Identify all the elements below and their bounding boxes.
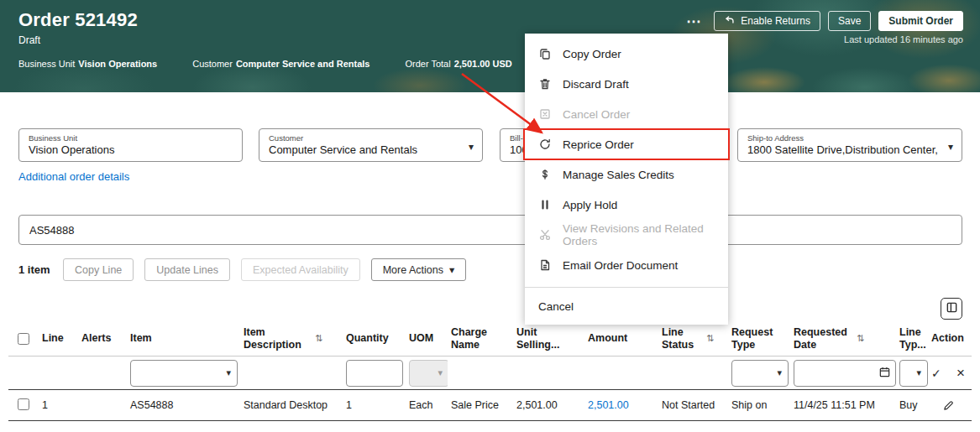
order-header-bar: Order 521492 Draft Business UnitVision O… [0,0,980,92]
menu-item-cancel[interactable]: Cancel [525,288,728,325]
clear-filter-close-icon[interactable]: × [956,366,965,380]
meta-label: Order Total [405,59,450,69]
menu-item-discard-draft[interactable]: Discard Draft [525,69,728,99]
last-updated-text: Last updated 16 minutes ago [844,34,963,44]
amount-drilldown-link[interactable]: 2,501.00 [588,399,629,411]
col-action: Action [931,332,964,344]
cell-line-type: Buy [896,399,928,411]
cell-uom: Each [406,399,448,411]
col-requested-date: Requested Date [794,326,852,351]
meta-customer: CustomerComputer Service and Rentals [192,59,369,69]
sales-credits-icon [538,168,552,181]
save-button[interactable]: Save [828,11,871,31]
field-label: Business Unit [29,133,233,143]
cell-request-type: Ship on [728,399,790,411]
chevron-down-icon: ▾ [777,367,782,378]
return-arrow-icon [724,14,736,29]
chevron-down-icon: ▾ [469,141,474,153]
requested-date-filter-input[interactable] [794,360,896,387]
col-uom: UOM [409,332,433,344]
catalog-search-input[interactable] [18,215,962,245]
chevron-down-icon: ▾ [226,367,231,378]
document-icon [538,258,552,272]
menu-item-email-order-document[interactable]: Email Order Document [525,250,728,280]
menu-item-manage-sales-credits[interactable]: Manage Sales Credits [525,159,728,190]
col-quantity: Quantity [346,332,389,344]
revisions-scissors-icon [538,228,552,242]
cell-item-description: Standard Desktop [240,399,343,411]
edit-line-pencil-icon[interactable] [942,399,955,412]
menu-item-label: Reprice Order [563,138,634,151]
business-unit-field[interactable]: Business Unit Vision Operations [18,128,243,162]
quantity-filter-input[interactable] [346,360,403,387]
col-item-description: Item Description [244,326,311,351]
request-type-filter-combobox[interactable]: ▾ [731,360,789,387]
line-actions-toolbar: Copy Line Update Lines Expected Availabi… [63,258,466,281]
menu-item-apply-hold[interactable]: Apply Hold [525,190,728,220]
table-filter-row: ▾ ▾ ▾ ▾ ✓ × [8,357,972,390]
col-charge-name: Charge Name [451,326,497,351]
field-value: 1800 Satellite Drive,Distribution Center… [747,143,941,156]
update-lines-button: Update Lines [144,258,230,281]
copy-icon [538,47,552,60]
menu-item-label: Discard Draft [563,78,629,91]
page-title: Order 521492 [18,9,138,31]
more-actions-label: More Actions [383,264,443,276]
menu-item-view-revisions: View Revisions and Related Orders [525,220,728,250]
reprice-refresh-icon [538,138,552,151]
menu-item-label: Apply Hold [563,199,617,211]
col-unit-selling: Unit Selling... [516,326,557,351]
cell-requested-date: 11/4/25 11:51 PM [790,399,896,411]
select-all-checkbox[interactable] [18,333,29,345]
columns-layout-icon [946,301,958,316]
additional-order-details-link[interactable]: Additional order details [18,170,129,183]
more-actions-dropdown-button[interactable]: More Actions ▾ [371,258,467,281]
col-alerts: Alerts [81,332,111,344]
meta-value: 2,501.00 USD [454,59,512,69]
cancel-square-icon [538,107,552,121]
enable-returns-button[interactable]: Enable Returns [714,11,820,31]
order-status: Draft [18,34,40,46]
menu-item-label: Email Order Document [563,259,678,272]
meta-business-unit: Business UnitVision Operations [18,59,157,69]
col-amount: Amount [588,332,627,344]
cell-unit-selling: 2,501.00 [513,399,584,411]
col-request-type: Request Type [731,326,778,351]
cell-charge-name: Sale Price [448,399,513,411]
col-item: Item [130,332,152,344]
col-line: Line [42,332,64,344]
chevron-down-icon: ▾ [449,263,454,276]
trash-icon [538,77,552,91]
ship-to-address-field[interactable]: Ship-to Address 1800 Satellite Drive,Dis… [737,128,962,162]
row-checkbox[interactable] [18,398,29,410]
cell-line-status: Not Started [658,399,728,411]
header-actions: ⋯ Enable Returns Save Submit Order [681,11,963,31]
field-value: Computer Service and Rentals [269,143,462,156]
submit-order-button[interactable]: Submit Order [878,11,963,31]
meta-order-total: Order Total2,501.00 USD [405,59,511,69]
order-meta-row: Business UnitVision Operations CustomerC… [18,59,512,69]
uom-filter-combobox: ▾ [409,360,448,387]
sort-icon[interactable]: ⇅ [706,333,714,344]
menu-item-reprice-order[interactable]: Reprice Order [525,129,728,159]
chevron-down-icon: ▾ [948,141,953,153]
table-header-row: Line Alerts Item Item Description⇅ Quant… [8,321,972,357]
more-actions-menu-button[interactable]: ⋯ [681,11,706,31]
cell-line: 1 [39,399,78,411]
expected-availability-button: Expected Availability [241,258,360,281]
menu-item-label: View Revisions and Related Orders [563,222,715,247]
line-type-filter-combobox[interactable]: ▾ [899,360,928,387]
hold-pause-icon [538,198,552,211]
menu-item-label: Cancel Order [563,108,630,121]
sort-icon[interactable]: ⇅ [315,333,322,344]
meta-label: Business Unit [18,59,75,69]
menu-item-label: Manage Sales Credits [563,169,674,181]
order-actions-menu: Copy Order Discard Draft Cancel Order Re… [525,34,728,325]
menu-item-copy-order[interactable]: Copy Order [525,39,728,69]
customer-field[interactable]: Customer Computer Service and Rentals ▾ [259,128,483,162]
item-filter-combobox[interactable]: ▾ [130,360,238,387]
sort-icon[interactable]: ⇅ [857,333,864,344]
manage-columns-button[interactable] [941,298,962,320]
apply-filter-check-icon[interactable]: ✓ [931,367,941,380]
col-line-type: Line Typ... [899,326,926,351]
